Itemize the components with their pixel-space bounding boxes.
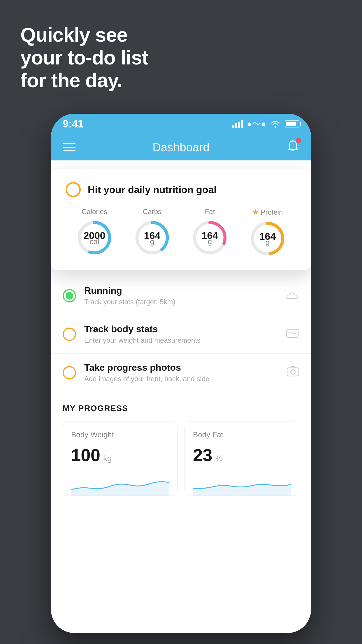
running-check-circle: [63, 289, 76, 302]
body-stats-title: Track body stats: [84, 324, 277, 335]
shoe-icon: [285, 289, 299, 302]
phone-content: THINGS TO DO TODAY Hit your daily nutrit…: [51, 160, 311, 633]
body-fat-title: Body Fat: [193, 430, 291, 439]
body-stats-text: Track body stats Enter your weight and m…: [84, 324, 277, 344]
svg-text:g: g: [208, 237, 212, 246]
photos-check-circle: [63, 366, 76, 379]
svg-point-20: [291, 370, 295, 374]
hero-line1: Quickly see: [20, 23, 148, 46]
body-stats-subtitle: Enter your weight and measurements: [84, 336, 277, 344]
fat-ring: 164 g: [191, 219, 229, 257]
carbs-label: Carbs: [143, 208, 161, 216]
carbs-ring-item: Carbs 164 g: [133, 208, 171, 257]
protein-ring-item: ★ Protein 164 g: [249, 208, 287, 258]
todo-list: Running Track your stats (target: 5km) T…: [51, 276, 311, 392]
hero-text-block: Quickly see your to-do list for the day.: [20, 23, 148, 92]
body-weight-title: Body Weight: [71, 430, 169, 439]
svg-rect-18: [287, 329, 298, 337]
status-bar: 9:41 ●〜●: [51, 114, 311, 134]
todo-item-body-stats[interactable]: Track body stats Enter your weight and m…: [51, 315, 311, 354]
card-header: Hit your daily nutrition goal: [66, 182, 296, 197]
notification-bell[interactable]: [287, 140, 299, 155]
running-title: Running: [84, 285, 277, 296]
nav-bar: Dashboard: [51, 134, 311, 160]
nutrition-card-title: Hit your daily nutrition goal: [88, 184, 217, 195]
todo-item-progress-photos[interactable]: Take progress photos Add images of your …: [51, 354, 311, 392]
body-weight-number: 100: [71, 445, 100, 465]
protein-label: ★ Protein: [252, 208, 283, 217]
scale-icon: [285, 327, 299, 341]
svg-rect-19: [287, 368, 299, 376]
notification-dot: [296, 138, 301, 143]
body-fat-unit: %: [215, 454, 223, 463]
wifi-icon: ●〜●: [247, 118, 266, 130]
progress-cards: Body Weight 100 kg Body Fat: [63, 421, 299, 496]
svg-point-0: [275, 126, 276, 128]
wifi-icon: [270, 120, 281, 128]
svg-text:cal: cal: [89, 237, 99, 246]
calories-ring: 2000 cal: [75, 219, 113, 257]
carbs-ring: 164 g: [133, 219, 171, 257]
todo-item-running[interactable]: Running Track your stats (target: 5km): [51, 276, 311, 315]
hero-line3: for the day.: [20, 69, 148, 92]
phone-frame: 9:41 ●〜● Dashboa: [51, 114, 311, 633]
calories-label: Calories: [82, 208, 107, 216]
signal-icon: [232, 120, 243, 128]
status-time: 9:41: [63, 118, 84, 130]
body-weight-unit: kg: [103, 454, 112, 463]
calories-ring-item: Calories 2000 cal: [75, 208, 113, 257]
fat-label: Fat: [205, 208, 215, 216]
fat-ring-item: Fat 164 g: [191, 208, 229, 257]
photos-title: Take progress photos: [84, 362, 278, 373]
battery-icon: [285, 120, 299, 127]
photo-icon: [287, 365, 299, 380]
body-weight-value: 100 kg: [71, 445, 169, 465]
star-icon: ★: [252, 208, 259, 217]
progress-section: MY PROGRESS Body Weight 100 kg: [51, 404, 311, 496]
photos-text: Take progress photos Add images of your …: [84, 362, 278, 383]
body-stats-check-circle: [63, 328, 76, 341]
nutrition-card[interactable]: Hit your daily nutrition goal Calories 2…: [51, 169, 311, 270]
hero-line2: your to-do list: [20, 46, 148, 69]
body-fat-value: 23 %: [193, 445, 291, 465]
body-weight-card[interactable]: Body Weight 100 kg: [63, 421, 178, 496]
nav-title: Dashboard: [152, 141, 210, 154]
photos-subtitle: Add images of your front, back, and side: [84, 375, 278, 383]
body-fat-chart: [193, 472, 291, 496]
running-text: Running Track your stats (target: 5km): [84, 285, 277, 306]
body-fat-card[interactable]: Body Fat 23 %: [184, 421, 299, 496]
nutrition-rings: Calories 2000 cal Carbs 164 g: [66, 208, 296, 258]
body-weight-chart: [71, 472, 169, 496]
nutrition-check-circle: [66, 182, 81, 197]
running-subtitle: Track your stats (target: 5km): [84, 298, 277, 306]
status-icons: ●〜●: [232, 118, 299, 130]
svg-text:g: g: [150, 237, 154, 246]
progress-header: MY PROGRESS: [63, 404, 299, 413]
protein-ring: 164 g: [249, 220, 287, 258]
svg-text:g: g: [266, 238, 270, 247]
hamburger-menu[interactable]: [63, 143, 75, 151]
body-fat-number: 23: [193, 445, 212, 465]
